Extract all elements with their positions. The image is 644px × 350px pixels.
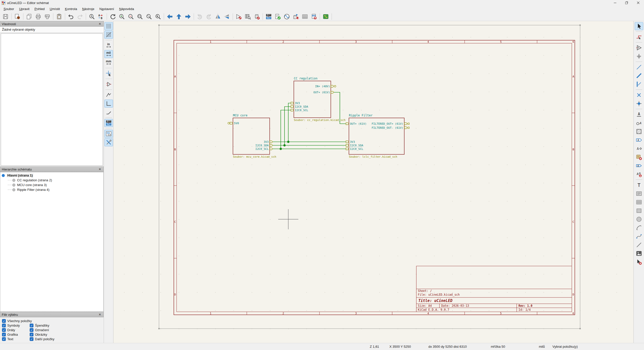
nav-back-button[interactable] [165, 13, 174, 21]
draw-bezier-button[interactable] [635, 232, 643, 240]
menu-upravit[interactable]: Upravit [17, 6, 32, 12]
zoom-out-button[interactable] [126, 13, 135, 21]
filter-checkbox-symboly[interactable]: ✓Symboly [2, 324, 30, 327]
find-button[interactable]: A [87, 13, 96, 21]
menu-nastaven[interactable]: Nastavení [97, 6, 117, 12]
minimize-button[interactable] [609, 0, 621, 6]
zoom-fit-button[interactable] [135, 13, 144, 21]
zoom-in-button[interactable] [117, 13, 126, 21]
properties-close-icon[interactable]: ✕ [98, 22, 102, 26]
paste-button[interactable] [55, 13, 64, 21]
restore-button[interactable] [621, 0, 632, 6]
import-sheet-pin-button[interactable]: A [635, 162, 643, 170]
nav-forward-button[interactable] [183, 13, 192, 21]
mirror-vertical-button[interactable] [213, 13, 222, 21]
draw-wire-button[interactable] [635, 63, 643, 71]
filter-checkbox-text[interactable]: ✓Text [2, 337, 30, 341]
place-symbol-button[interactable] [635, 44, 643, 52]
cursor-full-crosshair-button[interactable] [104, 69, 113, 77]
simulator-button[interactable] [282, 13, 291, 21]
menu-kontrola[interactable]: Kontrola [62, 6, 79, 12]
hierarchy-navigator-button[interactable] [104, 130, 113, 138]
add-table-button[interactable] [635, 198, 643, 206]
wire-free-angle-button[interactable] [104, 91, 113, 99]
hierarchy-close-icon[interactable]: ✕ [98, 167, 102, 171]
open-pcb-button[interactable] [321, 13, 330, 21]
menu-umstit[interactable]: Umístit [47, 6, 62, 12]
zoom-objects-button[interactable] [144, 13, 153, 21]
draw-rectangle-button[interactable] [635, 207, 643, 215]
close-button[interactable] [632, 0, 644, 6]
draw-circle-button[interactable] [635, 215, 643, 223]
hierarchical-label-button[interactable]: A [635, 145, 643, 153]
export-bom-button[interactable]: bom [309, 13, 318, 21]
add-image-button[interactable] [635, 249, 643, 257]
menu-npovda[interactable]: Nápověda [116, 6, 136, 12]
place-sheet-pin-button[interactable]: A [635, 170, 643, 178]
units-mils-button[interactable]: mil [104, 50, 113, 58]
draw-bus-button[interactable] [635, 72, 643, 80]
undo-button[interactable] [66, 13, 75, 21]
menu-pohled[interactable]: Pohled [32, 6, 47, 12]
save-button[interactable] [1, 13, 10, 21]
rule-area-button[interactable] [635, 127, 643, 136]
hierarchy-item-cc[interactable]: CC regulation (strana 2) [0, 178, 103, 183]
wire-hv-button[interactable] [104, 100, 113, 108]
mirror-horizontal-button[interactable] [222, 13, 231, 21]
hierarchy-item-ripple[interactable]: Ripple Filter (strana 4) [0, 187, 103, 192]
assign-footprints-button[interactable] [291, 13, 300, 21]
add-textbox-button[interactable] [635, 190, 643, 198]
hidden-pins-button[interactable] [104, 80, 113, 88]
draw-line-button[interactable] [635, 241, 643, 249]
add-sheet-button[interactable] [635, 153, 643, 161]
filter-checkbox-dr-ty[interactable]: ✓Dráty [2, 328, 30, 332]
print-button[interactable] [34, 13, 43, 21]
units-inches-button[interactable]: in [104, 41, 113, 50]
selection-tool-button[interactable] [635, 22, 643, 30]
menu-nstroje[interactable]: Nástroje [79, 6, 97, 12]
annotate-button[interactable]: R??R42 [264, 13, 273, 21]
page-settings-button[interactable] [25, 13, 34, 21]
annotate-auto-button[interactable]: R??R42 [104, 119, 113, 127]
filter-checkbox-grafika[interactable]: ✓Grafika [2, 333, 30, 336]
junction-button[interactable] [635, 100, 643, 108]
no-connect-button[interactable] [635, 91, 643, 99]
redo-button[interactable] [75, 13, 85, 21]
add-text-button[interactable]: T [635, 181, 643, 189]
hierarchy-item-mcu[interactable]: MCU core (strana 3) [0, 183, 103, 187]
bus-entry-button[interactable] [635, 80, 643, 88]
filter-checkbox-dal---polo-ky[interactable]: ✓Další položky [30, 337, 54, 341]
symbol-fields-table-button[interactable] [300, 13, 309, 21]
properties-panel-button[interactable] [104, 138, 113, 146]
draw-arc-button[interactable] [635, 224, 643, 232]
nav-up-button[interactable] [174, 13, 183, 21]
filter-checkbox-v-echny-polo-ky[interactable]: ✓Všechny položky [2, 319, 32, 323]
zoom-selection-button[interactable] [153, 13, 163, 21]
update-symbols-button[interactable] [252, 13, 261, 21]
filter-close-icon[interactable]: ✕ [98, 313, 102, 316]
rotate-ccw-button[interactable] [195, 13, 204, 21]
schematic-canvas[interactable]: 1 2 3 4 5 6 1 2 3 4 5 6 A B C D A B C D [113, 21, 633, 343]
filter-checkbox--pendl-ky[interactable]: ✓Špendlíky [30, 324, 49, 327]
net-label-button[interactable]: A [635, 110, 643, 118]
run-erc-button[interactable] [273, 13, 282, 21]
find-replace-button[interactable]: AB [96, 13, 105, 21]
global-label-button[interactable]: A [635, 136, 643, 144]
rotate-cw-button[interactable] [204, 13, 213, 21]
filter-checkbox-obr-zky[interactable]: ✓Obrázky [30, 333, 47, 336]
filter-checkbox-ozna-en-[interactable]: ✓Označení [30, 328, 49, 332]
grid-visibility-button[interactable] [104, 22, 113, 30]
refresh-view-button[interactable] [108, 13, 117, 21]
highlight-net-button[interactable] [635, 33, 643, 41]
units-mm-button[interactable]: mm [104, 59, 113, 67]
delete-tool-button[interactable] [635, 258, 643, 266]
place-power-port-button[interactable] [635, 52, 643, 60]
browse-libraries-button[interactable] [243, 13, 252, 21]
wire-45-button[interactable] [104, 108, 113, 116]
grid-overrides-button[interactable] [104, 31, 113, 39]
schematic-setup-button[interactable] [13, 13, 22, 21]
menu-soubor[interactable]: Soubor [1, 6, 17, 12]
plot-button[interactable] [43, 13, 52, 21]
hierarchy-item-hlavn[interactable]: Hlavní (strana 1) [0, 173, 103, 178]
net-class-directive-button[interactable]: A [635, 119, 643, 127]
